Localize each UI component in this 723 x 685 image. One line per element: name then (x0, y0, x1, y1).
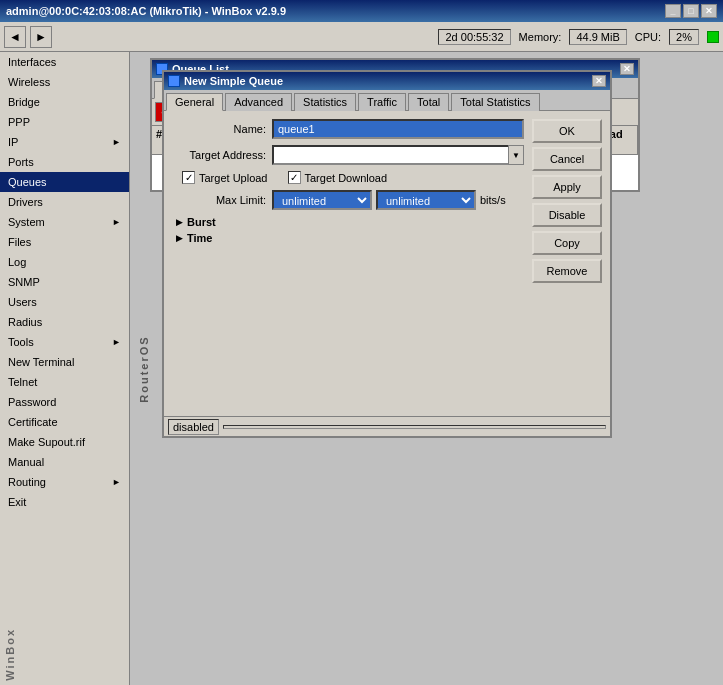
checkbox-row: Target Upload Target Download (172, 171, 524, 184)
apply-button[interactable]: Apply (532, 175, 602, 199)
dialog-icon (168, 75, 180, 87)
sidebar-item-exit[interactable]: Exit (0, 492, 129, 512)
dialog-tab-advanced[interactable]: Advanced (225, 93, 292, 111)
ok-button[interactable]: OK (532, 119, 602, 143)
queue-list-window: Queue List ✕ Simple Queues Interface Que… (150, 58, 640, 192)
sidebar-item-drivers[interactable]: Drivers (0, 192, 129, 212)
sidebar-item-make-supout[interactable]: Make Supout.rif (0, 432, 129, 452)
target-download-checkbox-item[interactable]: Target Download (288, 171, 388, 184)
dialog-tab-statistics[interactable]: Statistics (294, 93, 356, 111)
sidebar-item-routing[interactable]: Routing► (0, 472, 129, 492)
target-upload-checkbox[interactable] (182, 171, 195, 184)
sidebar: Interfaces Wireless Bridge PPP IP► Ports… (0, 52, 130, 685)
main-layout: Interfaces Wireless Bridge PPP IP► Ports… (0, 52, 723, 685)
dialog-tab-general[interactable]: General (166, 93, 223, 111)
forward-button[interactable]: ► (30, 26, 52, 48)
sidebar-item-bridge[interactable]: Bridge (0, 92, 129, 112)
dialog-form: Name: Target Address: ▼ (172, 119, 524, 408)
minimize-button[interactable]: _ (665, 4, 681, 18)
window-title: admin@00:0C:42:03:08:AC (MikroTik) - Win… (6, 5, 286, 17)
burst-label: Burst (187, 216, 216, 228)
sidebar-item-ip[interactable]: IP► (0, 132, 129, 152)
sidebar-item-snmp[interactable]: SNMP (0, 272, 129, 292)
dialog-buttons: OK Cancel Apply Disable Copy Remove (532, 119, 602, 408)
dialog-content: Name: Target Address: ▼ (164, 111, 610, 416)
upload-limit-wrapper: unlimited (272, 190, 372, 210)
burst-row: ▶ Burst (172, 216, 524, 228)
sidebar-item-ppp[interactable]: PPP (0, 112, 129, 132)
sidebar-item-radius[interactable]: Radius (0, 312, 129, 332)
close-button[interactable]: ✕ (701, 4, 717, 18)
content-area: RouterOS Queue List ✕ Simple Queues Inte… (130, 52, 723, 685)
sidebar-item-files[interactable]: Files (0, 232, 129, 252)
cpu-label: CPU: (635, 31, 661, 43)
status-led (707, 31, 719, 43)
routeros-label: RouterOS (138, 335, 150, 402)
remove-button[interactable]: Remove (532, 259, 602, 283)
max-limit-row: Max Limit: unlimited unlimited (172, 190, 524, 210)
time-row: ▶ Time (172, 232, 524, 244)
target-upload-checkbox-item[interactable]: Target Upload (182, 171, 268, 184)
download-limit-select[interactable]: unlimited (376, 190, 476, 210)
target-address-arrow[interactable]: ▼ (508, 145, 524, 165)
sidebar-item-password[interactable]: Password (0, 392, 129, 412)
sidebar-item-users[interactable]: Users (0, 292, 129, 312)
dialog-close-button[interactable]: ✕ (592, 75, 606, 87)
dialog-tabs: General Advanced Statistics Traffic Tota… (164, 90, 610, 111)
winbox-label: WinBox (0, 624, 20, 685)
disable-button[interactable]: Disable (532, 203, 602, 227)
time-label: Time (187, 232, 212, 244)
dialog-title: New Simple Queue (168, 75, 283, 87)
sidebar-item-ports[interactable]: Ports (0, 152, 129, 172)
sidebar-item-manual[interactable]: Manual (0, 452, 129, 472)
sidebar-item-certificate[interactable]: Certificate (0, 412, 129, 432)
target-address-wrapper: ▼ (272, 145, 524, 165)
dialog-tab-traffic[interactable]: Traffic (358, 93, 406, 111)
target-address-label: Target Address: (172, 149, 272, 161)
target-address-input[interactable] (272, 145, 524, 165)
name-label: Name: (172, 123, 272, 135)
dialog-titlebar: New Simple Queue ✕ (164, 72, 610, 90)
sidebar-item-wireless[interactable]: Wireless (0, 72, 129, 92)
sidebar-item-interfaces[interactable]: Interfaces (0, 52, 129, 72)
sidebar-item-queues[interactable]: Queues (0, 172, 129, 192)
main-toolbar: ◄ ► 2d 00:55:32 Memory: 44.9 MiB CPU: 2% (0, 22, 723, 52)
target-download-checkbox[interactable] (288, 171, 301, 184)
sidebar-item-system[interactable]: System► (0, 212, 129, 232)
name-row: Name: (172, 119, 524, 139)
cpu-value: 2% (669, 29, 699, 45)
dialog-status: disabled (168, 419, 219, 435)
max-limit-label: Max Limit: (172, 194, 272, 206)
name-input[interactable] (272, 119, 524, 139)
new-simple-queue-dialog: New Simple Queue ✕ General Advanced Stat… (162, 70, 612, 438)
sidebar-item-telnet[interactable]: Telnet (0, 372, 129, 392)
burst-collapse-arrow[interactable]: ▶ (176, 217, 183, 227)
title-controls: _ □ ✕ (665, 4, 717, 18)
upload-limit-select[interactable]: unlimited (272, 190, 372, 210)
time-collapse-arrow[interactable]: ▶ (176, 233, 183, 243)
memory-label: Memory: (519, 31, 562, 43)
max-limit-inputs: unlimited unlimited bits/s (272, 190, 506, 210)
back-button[interactable]: ◄ (4, 26, 26, 48)
maximize-button[interactable]: □ (683, 4, 699, 18)
status-area: 2d 00:55:32 Memory: 44.9 MiB CPU: 2% (438, 29, 719, 45)
sidebar-item-new-terminal[interactable]: New Terminal (0, 352, 129, 372)
target-address-row: Target Address: ▼ (172, 145, 524, 165)
sidebar-item-tools[interactable]: Tools► (0, 332, 129, 352)
target-upload-label: Target Upload (199, 172, 268, 184)
form-spacer (172, 248, 524, 408)
sidebar-item-log[interactable]: Log (0, 252, 129, 272)
dialog-status-extra (223, 425, 606, 429)
download-limit-wrapper: unlimited (376, 190, 476, 210)
memory-value: 44.9 MiB (569, 29, 626, 45)
target-download-label: Target Download (305, 172, 388, 184)
cancel-button[interactable]: Cancel (532, 147, 602, 171)
dialog-tab-total[interactable]: Total (408, 93, 449, 111)
copy-button[interactable]: Copy (532, 231, 602, 255)
bits-label: bits/s (480, 194, 506, 206)
dialog-status-bar: disabled (164, 416, 610, 436)
dialog-tab-total-statistics[interactable]: Total Statistics (451, 93, 539, 111)
uptime-display: 2d 00:55:32 (438, 29, 510, 45)
title-bar: admin@00:0C:42:03:08:AC (MikroTik) - Win… (0, 0, 723, 22)
queue-list-close[interactable]: ✕ (620, 63, 634, 75)
